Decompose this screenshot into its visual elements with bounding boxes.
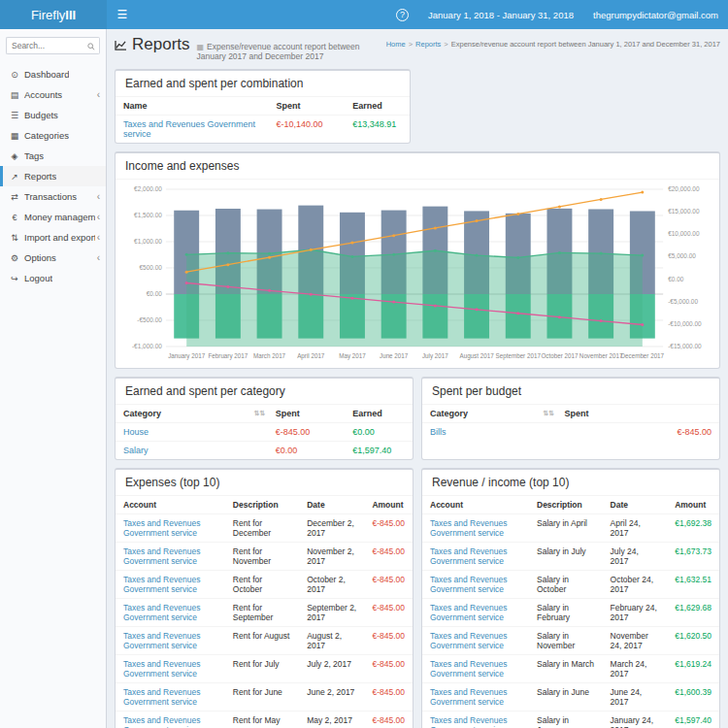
account-link[interactable]: Taxes and Revenues Government service (430, 631, 507, 650)
amount: €1,600.39 (675, 687, 711, 697)
description-cell: Rent for December (225, 514, 299, 543)
account-link[interactable]: Taxes and Revenues Government service (123, 631, 200, 650)
amount: €-845.00 (372, 715, 405, 725)
earned-amount: €1,597.40 (352, 446, 391, 455)
column-header: Account (116, 496, 225, 514)
brand-suffix: III (65, 8, 76, 22)
date-range[interactable]: January 1, 2018 - January 31, 2018 (418, 0, 583, 29)
category-link[interactable]: Salary (123, 446, 149, 455)
earned-amount: €13,348.91 (352, 119, 396, 129)
svg-text:-€15,000.00: -€15,000.00 (668, 343, 702, 349)
account-link[interactable]: Taxes and Revenues Government service (430, 546, 507, 566)
account-link[interactable]: Taxes and Revenues Government service (430, 659, 507, 678)
account-link[interactable]: Taxes and Revenues Government service (123, 715, 200, 728)
account-link[interactable]: Taxes and Revenues Government service (123, 119, 255, 139)
account-link[interactable]: Taxes and Revenues Government service (123, 575, 200, 594)
table-row: Taxes and Revenues Government service Re… (116, 599, 413, 627)
account-link[interactable]: Taxes and Revenues Government service (123, 659, 200, 678)
chevron-left-icon: ‹ (95, 90, 100, 100)
sidebar-item[interactable]: ⇄ Transactions ‹ (0, 186, 106, 207)
svg-text:May 2017: May 2017 (339, 352, 366, 360)
sidebar-item[interactable]: ↪ Logout (0, 268, 106, 288)
sidebar-item[interactable]: ⇅ Import and export ‹ (0, 227, 106, 248)
revenue-table: AccountDescriptionDateAmount Taxes and R… (422, 496, 719, 728)
budget-link[interactable]: Bills (430, 427, 447, 437)
earned-amount: €0.00 (352, 427, 375, 437)
table-row: Taxes and Revenues Government service Sa… (422, 627, 719, 655)
help-icon: ? (396, 9, 409, 21)
svg-text:March 2017: March 2017 (253, 352, 286, 359)
revenue-box-title: Revenue / income (top 10) (422, 470, 719, 495)
sidebar-item-label: Options (24, 252, 56, 263)
date-cell: February 24, 2017 (603, 599, 668, 627)
column-header: Amount (364, 496, 413, 514)
search-input[interactable] (6, 37, 83, 54)
brand[interactable]: FireflyIII (0, 0, 107, 29)
description-cell: Salary in July (529, 543, 603, 571)
account-link[interactable]: Taxes and Revenues Government service (430, 687, 507, 707)
sidebar-item[interactable]: € Money management ‹ (0, 207, 106, 227)
sidebar-item[interactable]: ↗ Reports (0, 166, 106, 186)
breadcrumb-item[interactable]: Reports (406, 40, 442, 49)
line-chart-icon (115, 36, 127, 55)
sidebar-item-icon: ⊙ (8, 70, 21, 80)
table-row: Taxes and Revenues Government service Sa… (422, 599, 719, 627)
calendar-icon: ▦ (197, 43, 205, 51)
sort-icon[interactable]: ⇅⇅ (252, 405, 268, 423)
breadcrumb-item[interactable]: Home (386, 40, 406, 49)
income-expenses-box: Income and expenses €2,000.00€1,500.00€1… (115, 151, 720, 369)
account-link[interactable]: Taxes and Revenues Government service (123, 603, 200, 622)
svg-text:€2,000.00: €2,000.00 (134, 185, 162, 192)
svg-text:€0.00: €0.00 (668, 276, 684, 282)
expenses-box-title: Expenses (top 10) (116, 470, 413, 495)
user-menu[interactable]: thegrumpydictator@gmail.com (583, 0, 728, 29)
date-cell: March 24, 2017 (603, 655, 668, 683)
sort-icon[interactable]: ⇅⇅ (541, 405, 556, 423)
search-button[interactable] (83, 37, 100, 54)
amount: €1,597.40 (675, 715, 711, 725)
table-row: Taxes and Revenues Government service Re… (116, 627, 413, 655)
description-cell: Salary in March (529, 655, 603, 683)
search-icon (87, 39, 95, 53)
sidebar-item-label: Reports (24, 171, 56, 182)
amount: €-845.00 (372, 603, 405, 612)
account-link[interactable]: Taxes and Revenues Government service (430, 603, 507, 622)
sidebar-menu: ⊙ Dashboard ▤ Accounts ‹ ☰ Budgets ▦ Cat… (0, 64, 106, 288)
sidebar-item[interactable]: ◈ Tags (0, 146, 106, 166)
description-cell: Rent for August (225, 627, 299, 655)
category-box: Earned and spent per category Category ⇅… (115, 377, 414, 460)
sidebar-item-icon: ↪ (8, 274, 21, 283)
sidebar-toggle-icon[interactable]: ☰ (107, 0, 138, 29)
help-button[interactable]: ? (386, 0, 418, 29)
account-link[interactable]: Taxes and Revenues Government service (430, 518, 507, 538)
column-header: Spent (268, 405, 346, 423)
spent-amount: €0.00 (276, 446, 298, 455)
budget-box: Spent per budget Category ⇅⇅ Spent Bills (421, 377, 720, 460)
budget-table: Category ⇅⇅ Spent Bills €-845.00 (422, 405, 719, 441)
sidebar-item[interactable]: ⊙ Dashboard (0, 64, 106, 84)
column-header: Date (299, 496, 364, 514)
sidebar-item-icon: ⇄ (8, 192, 21, 202)
content-header: Reports ▦Expense/revenue account report … (115, 35, 720, 61)
account-link[interactable]: Taxes and Revenues Government service (430, 715, 507, 728)
budget-box-title: Spent per budget (422, 379, 719, 404)
combination-table: NameSpentEarned Taxes and Revenues Gover… (116, 97, 410, 143)
breadcrumb-item[interactable]: Expense/revenue account report between J… (441, 40, 720, 49)
svg-text:August 2017: August 2017 (459, 352, 494, 360)
account-link[interactable]: Taxes and Revenues Government service (123, 687, 200, 707)
column-header: Date (603, 496, 668, 514)
column-header: Category (422, 405, 541, 423)
sidebar-item[interactable]: ⚙ Options ‹ (0, 248, 106, 268)
sidebar-item[interactable]: ☰ Budgets (0, 105, 106, 125)
category-link[interactable]: House (123, 427, 149, 437)
sidebar-item[interactable]: ▤ Accounts ‹ (0, 84, 106, 105)
account-link[interactable]: Taxes and Revenues Government service (430, 575, 507, 594)
amount: €-845.00 (372, 687, 405, 697)
income-expenses-chart: €2,000.00€1,500.00€1,000.00€500.00€0.00-… (117, 183, 717, 362)
sidebar-item-icon: ⚙ (8, 253, 21, 263)
sidebar-item-label: Money management (24, 212, 95, 222)
account-link[interactable]: Taxes and Revenues Government service (123, 546, 200, 566)
account-link[interactable]: Taxes and Revenues Government service (123, 518, 200, 538)
date-cell: August 2, 2017 (299, 627, 364, 655)
sidebar-item[interactable]: ▦ Categories (0, 125, 106, 146)
